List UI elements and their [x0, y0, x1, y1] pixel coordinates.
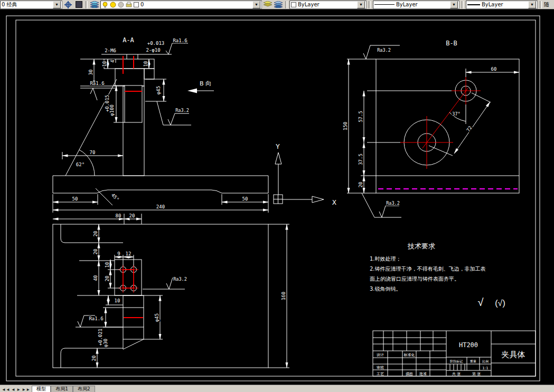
- roughness-all-symbol: √: [478, 297, 484, 308]
- roughness-label: Ra1.6: [89, 316, 103, 321]
- roughness-label: Ra1.6: [90, 81, 104, 86]
- trace-label: 描图: [406, 372, 413, 376]
- top-toolbar: 0 经典 ▼: [0, 0, 554, 9]
- tab-layout1[interactable]: 布局1: [51, 386, 73, 392]
- layer-color-swatch: [134, 2, 139, 7]
- gear-icon: [64, 1, 72, 8]
- drawing-border: [6, 16, 540, 381]
- roughness-label: Ra3.2: [377, 47, 391, 53]
- approve-label: 批准: [419, 372, 427, 376]
- dim-30: 30: [88, 70, 93, 75]
- color-value: ByLayer: [298, 1, 320, 8]
- roughness-others-symbol: (√): [495, 299, 505, 308]
- dim-70: 70: [90, 150, 96, 155]
- dim-20-step2: 20: [93, 249, 98, 255]
- angle-45: 45°: [110, 193, 120, 203]
- roughness-label: Ra3.2: [175, 108, 189, 113]
- layer-states-button[interactable]: [263, 1, 273, 8]
- layer-thaw-icon: [110, 2, 116, 8]
- color-swatch: [291, 2, 296, 7]
- cui-button[interactable]: [74, 1, 83, 8]
- dim-57-5: 57.5: [358, 111, 363, 122]
- workspace-combo[interactable]: 0 经典 ▼: [0, 1, 62, 9]
- application-window: A-A 2-M6 2-φ10 +0.013: [0, 0, 554, 392]
- dim-50-right: 50: [242, 196, 248, 202]
- layer-properties-button[interactable]: [90, 1, 99, 8]
- drawing-canvas[interactable]: A-A 2-M6 2-φ10 +0.013: [0, 0, 554, 392]
- b-direction-marker: B 向: [187, 80, 214, 93]
- toolbar-separator: [285, 1, 287, 8]
- part-name: 夹具体: [502, 350, 525, 359]
- dim-10-section: 10: [115, 298, 120, 303]
- dim-phi100: φ100: [109, 104, 115, 116]
- scale-value: 1:1: [482, 366, 488, 370]
- layout-tab-bar: ◄◄ ◄ ► ►► 模型 布局1 布局2: [0, 385, 554, 392]
- tab-model[interactable]: 模型: [32, 386, 51, 392]
- toolbar-separator: [540, 1, 542, 8]
- dim-20: 20: [129, 213, 135, 218]
- roughness-symbol-plan-bore: Ra1.6: [76, 315, 123, 327]
- side-view-title: B-B: [446, 40, 457, 47]
- angle-62: 62°: [76, 162, 84, 167]
- b-direction-label: B 向: [200, 80, 211, 87]
- color-combo[interactable]: ByLayer ▼: [289, 1, 367, 9]
- dim-37-5: 37.5: [358, 154, 363, 165]
- layer-name-value: 0: [140, 1, 144, 8]
- layer-lock-icon: [118, 2, 124, 8]
- roughness-symbol-left: Ra1.6: [80, 81, 115, 100]
- dim-150: 150: [343, 122, 348, 130]
- dim-240: 240: [156, 204, 165, 209]
- toolbar-separator: [369, 1, 371, 8]
- chevron-down-icon[interactable]: ▼: [357, 1, 365, 8]
- toolbar-separator: [86, 1, 88, 8]
- workspace-settings-button[interactable]: [63, 1, 73, 8]
- bore-section: [123, 295, 144, 349]
- chevron-down-icon[interactable]: ▼: [53, 1, 61, 8]
- layer-plot-icon: [126, 2, 132, 8]
- dim-10-right: 10: [143, 61, 148, 67]
- tech-line: 3.锐角倒钝。: [370, 286, 401, 292]
- roughness-symbol-top: Ra1.6: [166, 38, 188, 54]
- tol-phi30: +0.021: [98, 329, 103, 346]
- hole-pattern: [118, 265, 138, 293]
- dim-72: 72: [465, 125, 473, 133]
- standard-label: 标准化: [403, 353, 415, 357]
- process-label: 工艺: [377, 372, 384, 376]
- tech-line: 面上的浇冒口应清理与铸件表面齐平。: [370, 276, 459, 282]
- plot-style-partial: 随: [544, 1, 549, 8]
- dim-160: 160: [281, 292, 286, 300]
- lineweight-combo[interactable]: ByLayer ▼: [466, 1, 538, 9]
- sheet-no-label: 第 张: [472, 372, 481, 376]
- tab-nav-buttons[interactable]: ◄◄ ◄ ► ►►: [0, 387, 32, 392]
- roughness-symbol-front-right: Ra3.2: [157, 101, 191, 125]
- dim-80: 80: [116, 213, 121, 218]
- dim-10-holes: 10: [105, 262, 110, 268]
- scale-label: 比例: [482, 359, 489, 364]
- tolerance-top: +0.013: [147, 41, 165, 46]
- tech-requirements: 技术要求 1.时效处理； 2.铸件应清理干净，不得有毛刺、飞边，非加工表 面上的…: [370, 242, 486, 292]
- linetype-sample: [374, 4, 395, 5]
- roughness-symbol-bb-bottom: Ra3.2: [362, 193, 401, 217]
- layers-icon: [90, 1, 99, 8]
- design-label: 设计: [377, 353, 384, 357]
- dim-20-holes: 20: [105, 276, 110, 282]
- dim-4: 4: [110, 60, 115, 62]
- dim-60: 60: [491, 66, 497, 72]
- layers-previous-icon: [274, 1, 283, 8]
- chevron-down-icon[interactable]: ▼: [252, 1, 260, 8]
- chevron-down-icon[interactable]: ▼: [528, 1, 536, 8]
- roughness-symbol-bb-top: Ra3.2: [363, 45, 400, 59]
- front-section-view: A-A 2-M6 2-φ10 +0.013: [53, 36, 268, 224]
- dim-phi30: φ30: [103, 339, 108, 347]
- cui-icon: [76, 1, 82, 8]
- ucs-y-label: Y: [276, 142, 280, 150]
- linetype-combo[interactable]: ByLayer ▼: [373, 1, 459, 9]
- title-block: 设计 标准化 审核 工艺 描图 批准 HT200 阶段标记 重量 比例 1:1 …: [373, 331, 536, 376]
- front-view-title: A-A: [123, 36, 134, 44]
- chevron-down-icon[interactable]: ▼: [450, 1, 458, 8]
- tech-line: 2.铸件应清理干净，不得有毛刺、飞边，非加工表: [370, 266, 486, 272]
- layer-combo[interactable]: 0 ▼: [100, 1, 262, 9]
- tab-layout2[interactable]: 布局2: [73, 386, 95, 392]
- layer-previous-button[interactable]: [274, 1, 283, 8]
- dim-9: 9: [117, 251, 120, 256]
